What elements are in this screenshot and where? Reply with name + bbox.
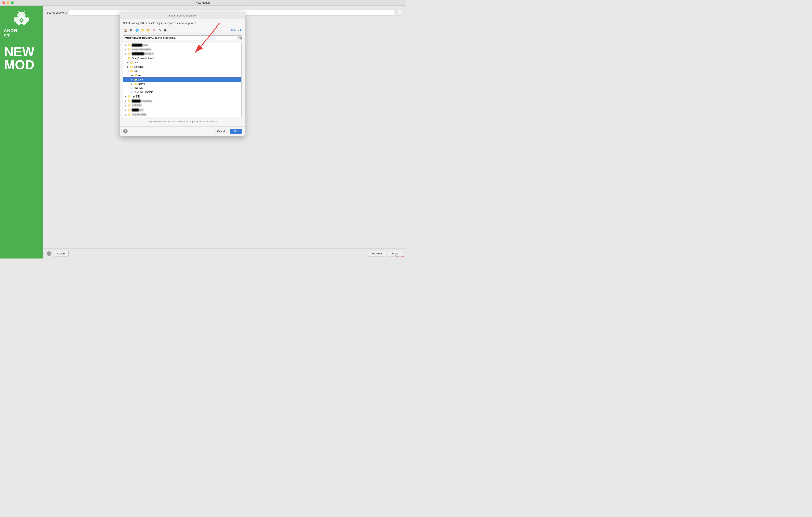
tree-item-label-item6: samples xyxy=(134,65,143,68)
dialog-subtitle: Select existing ADT or Gradle project to… xyxy=(123,22,241,25)
select-source-dialog: Select Source Location Select existing A… xyxy=(120,12,245,136)
dialog-bottom: ? Cancel OK xyxy=(120,126,245,136)
tree-item-item15[interactable]: ▶📁当然买回 xyxy=(123,103,241,108)
svg-point-2 xyxy=(19,14,20,15)
previous-button[interactable]: Previous xyxy=(369,251,386,256)
sidebar: ANDR ST NEW MOD xyxy=(0,6,43,258)
bottom-bar: ? Cancel Previous Finish xyxy=(43,248,406,258)
grid-icon[interactable]: ⊞ xyxy=(163,28,168,33)
dialog-title-bar: Select Source Location xyxy=(120,12,245,19)
dialog-help-button[interactable]: ? xyxy=(123,129,127,134)
sidebar-divider xyxy=(2,42,41,42)
tree-item-item14[interactable]: ▶📁█████computing xyxy=(123,99,241,103)
tree-item-item12[interactable]: 📄README.android xyxy=(123,90,241,94)
svg-rect-9 xyxy=(23,23,25,25)
content-area: Source directory: ··· Select Source Loca… xyxy=(43,6,406,258)
svg-rect-7 xyxy=(27,17,29,22)
minimize-button[interactable] xyxy=(7,1,9,4)
bottom-left: ? Cancel xyxy=(47,251,69,256)
help-button[interactable]: ? xyxy=(47,251,51,256)
tree-item-label-item2: movie.information xyxy=(132,48,151,51)
svg-rect-6 xyxy=(14,17,16,22)
folder-icon[interactable]: 📁 xyxy=(140,28,145,33)
svg-rect-13 xyxy=(21,22,22,23)
hide-path-link[interactable]: Hide path xyxy=(231,29,241,32)
path-browse-icon[interactable] xyxy=(237,35,241,40)
dialog-ok-button[interactable]: OK xyxy=(230,128,241,134)
toolbar-icons: 🏠 🖥 🌐 📁 📂 ✕ ↻ ⊞ xyxy=(123,28,168,33)
svg-rect-16 xyxy=(238,37,240,39)
sidebar-big-text: NEW MOD xyxy=(2,45,41,71)
close-button[interactable] xyxy=(2,1,5,4)
tree-item-label-item13: ppt素材 xyxy=(132,95,140,98)
svg-rect-17 xyxy=(238,36,239,37)
tree-item-item8[interactable]: ▶📁etc xyxy=(123,73,241,78)
refresh-icon[interactable]: ↻ xyxy=(157,28,162,33)
tree-item-item7[interactable]: ▼📁sdk xyxy=(123,69,241,73)
dialog-title: Select Source Location xyxy=(169,14,196,17)
globe-icon[interactable]: 🌐 xyxy=(135,28,139,33)
svg-rect-12 xyxy=(21,18,22,19)
svg-line-4 xyxy=(18,11,20,12)
tree-item-label-item16: ████北京 xyxy=(132,108,144,112)
tree-item-item3[interactable]: ▶📁███████贪玩蓝月 xyxy=(123,51,241,56)
tree-item-label-item17: 文化美分国际 xyxy=(132,113,146,116)
android-logo xyxy=(13,10,29,26)
desktop-icon[interactable]: 🖥 xyxy=(129,28,134,33)
tree-item-label-item12: README.android xyxy=(134,91,153,93)
path-input[interactable] xyxy=(123,35,236,40)
tree-item-item4[interactable]: ▼📁OpenCV-android-sdk xyxy=(123,56,241,60)
cancel-button[interactable]: Cancel xyxy=(54,251,69,256)
tree-item-label-item8: etc xyxy=(138,74,142,77)
maximize-button[interactable] xyxy=(11,1,13,4)
tree-item-label-item15: 当然买回 xyxy=(132,104,142,107)
source-directory-browse-button[interactable]: ··· xyxy=(396,10,402,16)
tree-item-label-item5: apk xyxy=(134,61,138,64)
tree-item-label-item9: java xyxy=(138,78,143,81)
tree-item-item10[interactable]: ▶📁native xyxy=(123,82,241,86)
tree-item-item13[interactable]: ▶📁ppt素材 xyxy=(123,94,241,99)
path-row xyxy=(123,35,241,40)
title-bar: New Module xyxy=(0,0,406,6)
sidebar-brand-line1: ANDR ST xyxy=(2,28,41,39)
svg-rect-8 xyxy=(18,23,20,25)
tree-item-item5[interactable]: ▶📁apk xyxy=(123,60,241,65)
svg-point-11 xyxy=(20,19,22,21)
delete-icon[interactable]: ✕ xyxy=(152,28,156,33)
source-directory-label: Source directory: xyxy=(47,11,67,14)
tree-item-item6[interactable]: ▶📁samples xyxy=(123,65,241,69)
tree-item-item16[interactable]: ▶📁████北京 xyxy=(123,108,241,112)
svg-point-3 xyxy=(22,14,23,15)
tree-item-label-item3: ███████贪玩蓝月 xyxy=(132,52,154,56)
dialog-body: Select existing ADT or Gradle project to… xyxy=(120,19,245,126)
new-folder-icon[interactable]: 📂 xyxy=(146,28,151,33)
tree-item-item2[interactable]: ▶📁movie.information xyxy=(123,47,241,51)
svg-rect-14 xyxy=(19,20,20,21)
tree-item-label-item14: █████computing xyxy=(132,99,152,103)
tree-item-item17[interactable]: ▶📁文化美分国际 xyxy=(123,112,241,117)
tree-item-label-item1: ██████.work xyxy=(132,44,148,47)
svg-line-5 xyxy=(23,11,25,12)
watermark: 2cto.com xyxy=(395,255,404,257)
dialog-actions: Cancel OK xyxy=(214,128,241,134)
home-icon[interactable]: 🏠 xyxy=(123,28,128,33)
tree-item-item9[interactable]: ▶📁java xyxy=(123,78,241,82)
tree-item-label-item7: sdk xyxy=(134,70,138,73)
toolbar-row: 🏠 🖥 🌐 📁 📂 ✕ ↻ ⊞ xyxy=(123,27,241,34)
svg-point-1 xyxy=(17,12,25,19)
file-tree[interactable]: ▶📁██████.work▶📁movie.information▶📁██████… xyxy=(123,43,241,117)
window-controls xyxy=(2,1,13,4)
window-title: New Module xyxy=(196,1,210,4)
drag-drop-hint: Drag and drop a file into the space abov… xyxy=(123,119,241,124)
dialog-cancel-button[interactable]: Cancel xyxy=(214,128,228,134)
tree-item-label-item4: OpenCV-android-sdk xyxy=(132,57,155,60)
tree-item-label-item10: native xyxy=(138,83,145,85)
tree-item-item1[interactable]: ▶📁██████.work xyxy=(123,43,241,47)
tree-item-label-item11: LICENSE xyxy=(134,87,144,89)
main-layout: ANDR ST NEW MOD Source directory: ··· Se… xyxy=(0,6,406,258)
svg-rect-15 xyxy=(23,20,24,21)
tree-item-item11[interactable]: 📄LICENSE xyxy=(123,86,241,90)
